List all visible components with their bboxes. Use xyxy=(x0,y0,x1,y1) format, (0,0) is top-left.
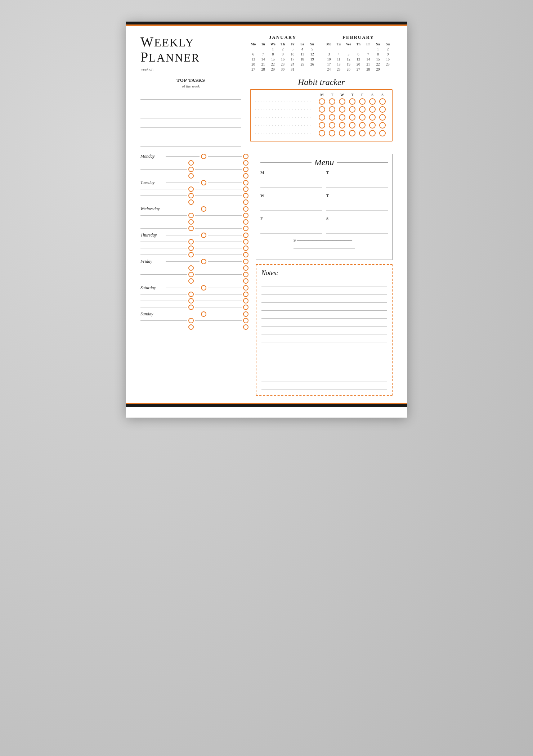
habit-circle[interactable] xyxy=(339,98,345,105)
sunday-circle[interactable] xyxy=(201,311,206,317)
wednesday-circle-right[interactable] xyxy=(243,206,248,212)
menu-wednesday: W —————————————— xyxy=(260,193,322,211)
habit-circle[interactable] xyxy=(379,114,386,121)
habit-circle[interactable] xyxy=(329,130,335,136)
task-line-6[interactable] xyxy=(140,139,241,147)
notes-line[interactable] xyxy=(261,280,387,287)
notes-line[interactable] xyxy=(261,288,387,295)
notes-line[interactable] xyxy=(261,327,387,334)
habit-circle[interactable] xyxy=(359,114,366,121)
habit-row-4: · · · · · · · · · · · · · · · · · · · · xyxy=(255,122,388,129)
saturday-block: Saturday xyxy=(140,285,248,310)
notes-line[interactable] xyxy=(261,367,387,374)
habit-circle[interactable] xyxy=(359,98,366,105)
habit-row-1: · · · · · · · · · · · · · · · · · · · · xyxy=(255,98,388,105)
habit-tracker-section: Habit tracker M T W T F S S · · · · · xyxy=(250,77,393,148)
top-border-black xyxy=(126,22,407,24)
notes-line[interactable] xyxy=(261,343,387,350)
habit-circle[interactable] xyxy=(349,114,355,121)
habit-circle[interactable] xyxy=(319,98,325,105)
thursday-label: Thursday xyxy=(140,233,166,238)
top-tasks-section: TOP TASKS of the week xyxy=(140,77,241,148)
task-line-4[interactable] xyxy=(140,120,241,128)
bottom-border-black xyxy=(126,404,407,407)
habit-circle[interactable] xyxy=(339,122,345,129)
week-of-field: week of: xyxy=(140,67,241,71)
habit-circle[interactable] xyxy=(379,106,386,113)
thursday-circle[interactable] xyxy=(201,233,206,238)
monday-circle[interactable] xyxy=(201,154,206,159)
habit-circle[interactable] xyxy=(339,130,345,136)
notes-line[interactable] xyxy=(261,311,387,319)
habit-circle[interactable] xyxy=(329,106,335,113)
thursday-circle-right[interactable] xyxy=(243,233,248,238)
habit-circle[interactable] xyxy=(379,130,386,136)
notes-section: Notes: xyxy=(256,264,393,396)
habit-circle[interactable] xyxy=(369,122,376,129)
thursday-block: Thursday xyxy=(140,233,248,257)
monday-label: Monday xyxy=(140,154,166,159)
habit-circle[interactable] xyxy=(319,122,325,129)
tuesday-block: Tuesday xyxy=(140,180,248,205)
habit-circle[interactable] xyxy=(369,114,376,121)
habit-circle[interactable] xyxy=(359,130,366,136)
sunday-label: Sunday xyxy=(140,311,166,317)
habit-circle[interactable] xyxy=(319,106,325,113)
habit-circle[interactable] xyxy=(339,106,345,113)
habit-circle[interactable] xyxy=(319,130,325,136)
habit-circle[interactable] xyxy=(319,114,325,121)
notes-line[interactable] xyxy=(261,351,387,358)
habit-circle[interactable] xyxy=(339,114,345,121)
february-grid: Mo Tu We Th Fr Sa Su 1 2 xyxy=(324,42,393,72)
notes-line[interactable] xyxy=(261,319,387,327)
notes-line[interactable] xyxy=(261,335,387,342)
habit-circle[interactable] xyxy=(369,106,376,113)
saturday-circle[interactable] xyxy=(201,285,206,291)
thursday-header-row: Thursday xyxy=(140,233,248,238)
menu-monday: M —————————————— xyxy=(260,170,322,188)
habit-circle[interactable] xyxy=(349,122,355,129)
habit-circle[interactable] xyxy=(329,98,335,105)
tuesday-header-row: Tuesday xyxy=(140,180,248,185)
habit-circle[interactable] xyxy=(379,98,386,105)
title-section: Weekly Planner week of: xyxy=(140,35,241,71)
tuesday-circle-right[interactable] xyxy=(243,180,248,185)
january-grid: Mo Tu We Th Fr Sa Su 1 2 3 4 5 xyxy=(248,42,317,72)
habit-circle[interactable] xyxy=(359,106,366,113)
tuesday-circle[interactable] xyxy=(201,180,206,185)
habit-circle[interactable] xyxy=(369,130,376,136)
notes-line[interactable] xyxy=(261,296,387,303)
february-title: FEBRUARY xyxy=(324,35,393,40)
notes-line[interactable] xyxy=(261,375,387,382)
habit-circle[interactable] xyxy=(329,122,335,129)
habit-circle[interactable] xyxy=(359,122,366,129)
monday-circle-right[interactable] xyxy=(243,154,248,159)
habit-circle[interactable] xyxy=(329,114,335,121)
task-line-3[interactable] xyxy=(140,111,241,118)
task-line-2[interactable] xyxy=(140,101,241,109)
habit-circle[interactable] xyxy=(349,106,355,113)
january-calendar: JANUARY Mo Tu We Th Fr Sa Su 1 2 3 xyxy=(248,35,317,72)
habit-circle[interactable] xyxy=(349,98,355,105)
habit-row-5: · · · · · · · · · · · · · · · · · · · · xyxy=(255,130,388,136)
top-tasks-label: TOP TASKS xyxy=(140,77,241,83)
habit-circle[interactable] xyxy=(349,130,355,136)
sunday-circle-right[interactable] xyxy=(243,311,248,317)
notes-line[interactable] xyxy=(261,359,387,366)
habit-circle[interactable] xyxy=(369,98,376,105)
saturday-circle-right[interactable] xyxy=(243,285,248,291)
notes-line[interactable] xyxy=(261,303,387,311)
wednesday-label: Wednesday xyxy=(140,206,166,212)
saturday-header-row: Saturday xyxy=(140,285,248,291)
friday-circle[interactable] xyxy=(201,259,206,264)
notes-line[interactable] xyxy=(261,383,387,390)
task-line-5[interactable] xyxy=(140,129,241,137)
habit-days-header: M T W T F S S xyxy=(255,93,388,97)
habit-circle[interactable] xyxy=(379,122,386,129)
wednesday-block: Wednesday xyxy=(140,206,248,231)
task-line-1[interactable] xyxy=(140,92,241,100)
wednesday-circle[interactable] xyxy=(201,206,206,212)
friday-circle-right[interactable] xyxy=(243,259,248,264)
page-title: Weekly Planner xyxy=(140,35,241,65)
calendars-section: JANUARY Mo Tu We Th Fr Sa Su 1 2 3 xyxy=(248,35,393,72)
